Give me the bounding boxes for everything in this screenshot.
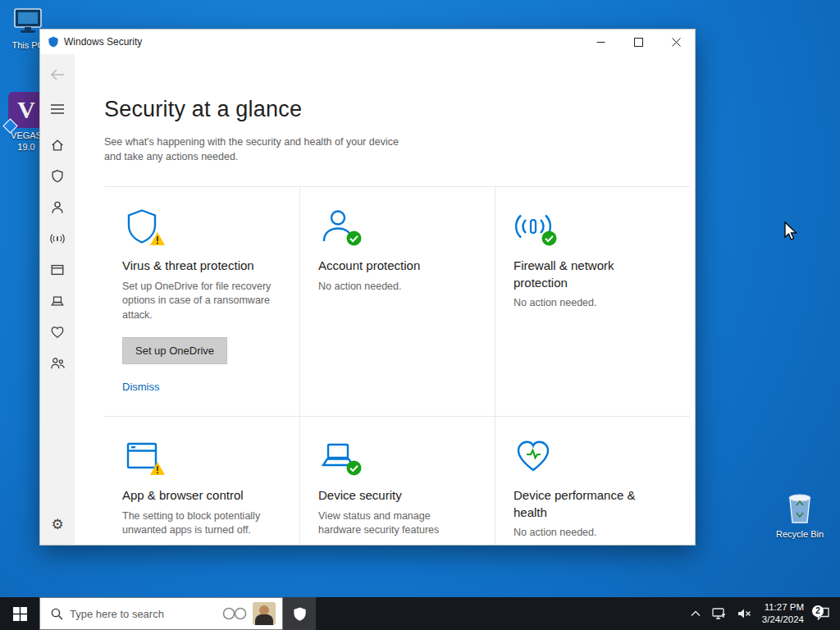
maximize-button[interactable]	[619, 30, 657, 54]
tile-title: Firewall & network protection	[514, 258, 655, 291]
taskbar-search-box[interactable]	[39, 597, 283, 630]
tiles-grid: Virus & threat protection Set up OneDriv…	[104, 186, 690, 545]
tile-title: Account protection	[318, 258, 459, 274]
search-icon	[51, 608, 63, 620]
sidebar-item-virus-threat[interactable]	[40, 161, 75, 192]
search-highlight-avatar	[253, 602, 276, 625]
tile-body: No action needed.	[514, 526, 668, 541]
home-icon	[50, 138, 65, 153]
app-window-icon	[50, 262, 65, 277]
search-input[interactable]	[70, 608, 221, 620]
tile-firewall-network-protection[interactable]: Firewall & network protection No action …	[495, 186, 690, 416]
page-title: Security at a glance	[104, 97, 695, 122]
tile-title: App & browser control	[122, 487, 263, 504]
tile-title: Device security	[318, 487, 459, 504]
recycle-bin-icon	[783, 489, 816, 525]
person-icon	[50, 200, 65, 215]
sidebar-item-account[interactable]	[40, 192, 75, 223]
settings-button[interactable]: ⚙	[40, 509, 75, 540]
sidebar-item-app-browser[interactable]	[40, 254, 75, 285]
action-center-button[interactable]: 2	[810, 607, 840, 621]
desktop-icon-recycle-bin[interactable]: Recycle Bin	[770, 489, 829, 541]
vegas-letter: V	[17, 96, 35, 124]
back-button[interactable]	[40, 61, 75, 89]
taskbar: 11:27 PM 3/24/2024 2	[0, 597, 840, 630]
tile-body: No action needed.	[318, 280, 472, 294]
tile-title: Device performance & health	[514, 487, 655, 521]
menu-button[interactable]	[40, 94, 75, 125]
device-security-icon	[318, 436, 361, 477]
shield-icon	[50, 169, 65, 184]
app-browser-icon	[122, 436, 165, 477]
sidebar: ⚙	[40, 54, 75, 545]
tile-body: Set up OneDrive for file recovery option…	[122, 280, 276, 323]
page-subtitle: See what's happening with the security a…	[104, 135, 416, 164]
sidebar-item-firewall-network[interactable]	[40, 223, 75, 254]
sidebar-item-home[interactable]	[40, 130, 75, 161]
tray-network-icon[interactable]	[706, 608, 732, 619]
window-title: Windows Security	[64, 36, 142, 48]
ok-badge-icon	[541, 231, 557, 249]
start-button[interactable]	[0, 597, 39, 630]
clock-date: 3/24/2024	[762, 614, 804, 626]
account-person-icon	[318, 207, 361, 248]
system-tray: 11:27 PM 3/24/2024 2	[685, 597, 840, 630]
family-icon	[50, 356, 66, 371]
gear-icon: ⚙	[51, 516, 63, 533]
taskbar-clock[interactable]: 11:27 PM 3/24/2024	[757, 601, 810, 626]
search-highlight-icon	[221, 605, 249, 623]
clock-time: 11:27 PM	[762, 601, 804, 614]
close-button[interactable]	[657, 30, 695, 54]
sidebar-item-device-health[interactable]	[40, 317, 75, 348]
minimize-button[interactable]	[582, 30, 619, 54]
taskbar-windows-security-app[interactable]	[283, 597, 316, 630]
windows-security-window: Windows Security	[39, 29, 696, 546]
tile-body: The setting to block potentially unwante…	[122, 509, 276, 539]
virus-threat-shield-icon	[122, 207, 165, 248]
app-shield-icon	[48, 36, 59, 48]
titlebar[interactable]: Windows Security	[40, 30, 695, 54]
tray-chevron-up-icon[interactable]	[685, 610, 706, 617]
ok-badge-icon	[346, 231, 362, 249]
tile-app-browser-control[interactable]: App & browser control The setting to blo…	[104, 416, 299, 545]
heart-icon	[50, 325, 65, 340]
desktop: { "desktop": { "this_pc_label": "This PC…	[0, 0, 840, 630]
ok-badge-icon	[346, 460, 362, 479]
firewall-network-icon	[514, 207, 556, 248]
sidebar-item-family[interactable]	[40, 348, 75, 379]
tile-title: Virus & threat protection	[122, 258, 263, 274]
dismiss-link[interactable]: Dismiss	[122, 381, 160, 393]
tile-body: View status and manage hardware security…	[318, 509, 472, 539]
recycle-bin-label: Recycle Bin	[770, 529, 829, 541]
main-content: Security at a glance See what's happenin…	[75, 54, 695, 545]
notification-count-badge: 2	[812, 605, 824, 617]
sidebar-item-device-security[interactable]	[40, 285, 75, 317]
tile-body: No action needed.	[514, 296, 668, 311]
laptop-icon	[50, 294, 65, 308]
warning-badge-icon	[149, 231, 166, 249]
tile-account-protection[interactable]: Account protection No action needed.	[299, 186, 495, 416]
tile-device-security[interactable]: Device security View status and manage h…	[299, 416, 495, 545]
device-health-heart-icon	[514, 436, 556, 477]
tile-virus-threat-protection[interactable]: Virus & threat protection Set up OneDriv…	[104, 186, 299, 416]
mouse-cursor	[783, 221, 801, 241]
setup-onedrive-button[interactable]: Set up OneDrive	[122, 337, 227, 364]
windows-logo-icon	[13, 607, 27, 621]
security-shield-icon	[292, 606, 308, 622]
wireless-icon	[50, 231, 65, 246]
tile-device-performance-health[interactable]: Device performance & health No action ne…	[495, 416, 690, 545]
tray-volume-muted-icon[interactable]	[732, 608, 757, 619]
warning-badge-icon	[149, 461, 166, 479]
